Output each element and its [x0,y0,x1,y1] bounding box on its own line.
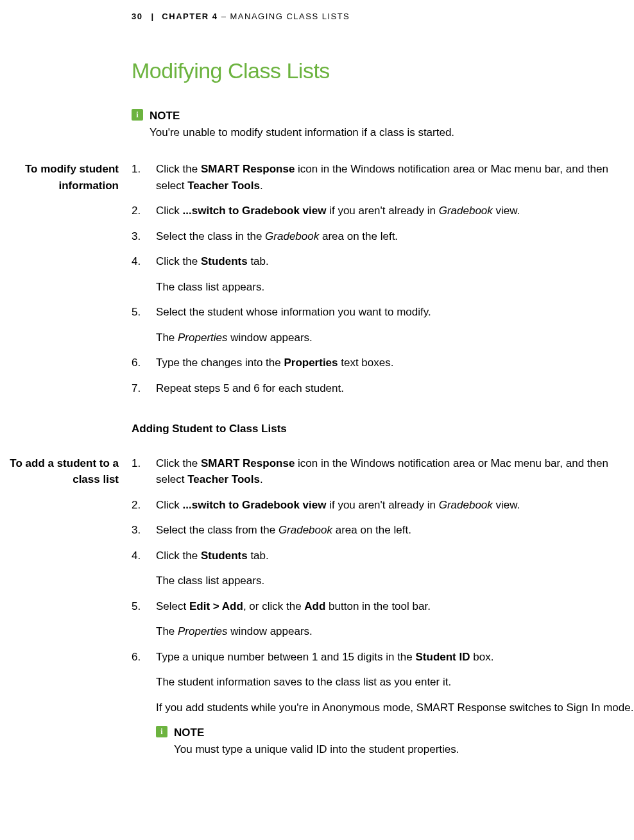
step-sub: The class list appears. [156,573,634,589]
step-item: Select Edit > Add, or click the Add butt… [132,598,634,640]
note-label: NOTE [150,108,634,124]
step-item: Select the class from the Gradebook area… [132,522,634,539]
note-label: NOTE [174,725,634,741]
step-text: Click ...switch to Gradebook view if you… [156,203,634,219]
subheading: Adding Student to Class Lists [132,421,634,437]
step-text: Select the class in the Gradebook area o… [156,228,634,245]
step-text: Click the SMART Response icon in the Win… [156,161,634,194]
step-text: Select Edit > Add, or click the Add butt… [156,598,634,615]
note-block: i NOTE You're unable to modify student i… [132,108,634,140]
step-item: Click ...switch to Gradebook view if you… [132,497,634,514]
info-icon: i [156,726,167,737]
step-text: Click the SMART Response icon in the Win… [156,455,634,488]
step-item: Repeat steps 5 and 6 for each student. [132,380,634,397]
step-sub: If you add students while you're in Anon… [156,700,634,716]
note-text: You're unable to modify student informat… [150,124,634,141]
step-item: Click ...switch to Gradebook view if you… [132,203,634,219]
page-title: Modifying Class Lists [132,55,634,87]
chapter-title: MANAGING CLASS LISTS [230,12,350,21]
page-header: 30 | CHAPTER 4 – MANAGING CLASS LISTS [132,10,350,23]
step-text: Click the Students tab. [156,253,634,270]
side-label: To add a student to a class list [0,455,119,488]
step-item: Click the Students tab.The class list ap… [132,548,634,589]
step-text: Select the class from the Gradebook area… [156,522,634,539]
step-item: Select the class in the Gradebook area o… [132,228,634,245]
note-block: iNOTEYou must type a unique valid ID int… [156,725,634,757]
step-item: Type the changes into the Properties tex… [132,355,634,371]
step-text: Type a unique number between 1 and 15 di… [156,649,634,666]
step-item: Click the SMART Response icon in the Win… [132,161,634,194]
side-label: To modify student information [0,161,119,194]
header-dash: – [221,12,230,21]
step-text: Type the changes into the Properties tex… [156,355,634,371]
section-add-student: To add a student to a class list Click t… [132,455,634,758]
step-item: Click the Students tab.The class list ap… [132,253,634,295]
step-text: Click the Students tab. [156,548,634,564]
step-item: Click the SMART Response icon in the Win… [132,455,634,488]
step-item: Type a unique number between 1 and 15 di… [132,649,634,758]
step-text: Repeat steps 5 and 6 for each student. [156,380,634,397]
step-sub: The Properties window appears. [156,623,634,640]
step-sub: The Properties window appears. [156,330,634,346]
chapter-number: CHAPTER 4 [162,12,218,21]
step-item: Select the student whose information you… [132,304,634,346]
step-sub: The class list appears. [156,279,634,296]
info-icon: i [132,109,143,121]
step-text: Select the student whose information you… [156,304,634,321]
step-sub: The student information saves to the cla… [156,674,634,691]
steps-list: Click the SMART Response icon in the Win… [132,161,634,396]
note-text: You must type a unique valid ID into the… [174,741,634,758]
page-number: 30 [132,12,142,21]
header-separator: | [151,12,154,21]
step-text: Click ...switch to Gradebook view if you… [156,497,634,514]
section-modify-student: To modify student information Click the … [132,161,634,396]
steps-list: Click the SMART Response icon in the Win… [132,455,634,758]
